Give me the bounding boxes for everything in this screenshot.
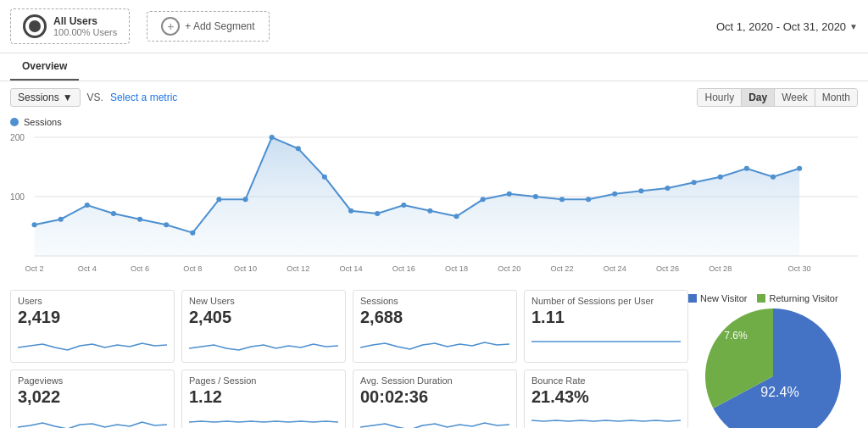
pie-chart-container: New Visitor Returning Visitor 92.4% 7.6% <box>688 290 858 428</box>
new-visitor-color-swatch <box>688 294 697 303</box>
svg-point-10 <box>137 217 142 222</box>
svg-point-34 <box>771 175 776 180</box>
stat-value-users: 2,419 <box>18 308 167 327</box>
svg-text:Oct 10: Oct 10 <box>234 264 257 273</box>
sparkline-sessions <box>360 329 509 354</box>
svg-point-11 <box>164 222 169 227</box>
segment-subtitle: 100.00% Users <box>53 27 117 37</box>
returning-visitor-label: Returning Visitor <box>769 293 837 303</box>
add-segment-button[interactable]: + + Add Segment <box>147 11 269 42</box>
stat-value-new-users: 2,405 <box>189 308 338 327</box>
header: All Users 100.00% Users + + Add Segment … <box>0 0 868 53</box>
svg-text:Oct 16: Oct 16 <box>392 264 415 273</box>
stats-grid-bottom: Pageviews 3,022 Pages / Session 1.12 Avg… <box>10 370 688 428</box>
stats-row: Users 2,419 New Users 2,405 Sessions 2,6… <box>0 283 868 428</box>
svg-point-8 <box>85 203 90 208</box>
stat-label-avg-session-duration: Avg. Session Duration <box>360 375 509 386</box>
svg-point-6 <box>32 222 37 227</box>
svg-point-16 <box>296 146 301 151</box>
pie-chart-svg: 92.4% 7.6% <box>705 308 841 428</box>
header-left: All Users 100.00% Users + + Add Segment <box>10 8 270 44</box>
stat-card-pages-per-session: Pages / Session 1.12 <box>181 370 346 428</box>
segment-title: All Users <box>53 15 117 27</box>
svg-point-29 <box>638 188 643 193</box>
svg-text:Oct 26: Oct 26 <box>656 264 679 273</box>
svg-point-20 <box>401 203 406 208</box>
svg-point-13 <box>216 197 221 202</box>
stat-value-sessions: 2,688 <box>360 308 509 327</box>
svg-point-31 <box>692 180 697 185</box>
time-btn-month[interactable]: Month <box>815 89 857 106</box>
date-range-text: Oct 1, 2020 - Oct 31, 2020 <box>716 20 846 33</box>
stats-left: Users 2,419 New Users 2,405 Sessions 2,6… <box>10 290 688 428</box>
svg-point-30 <box>665 186 670 191</box>
stat-label-users: Users <box>18 296 167 306</box>
svg-point-27 <box>586 197 591 202</box>
svg-text:Oct 20: Oct 20 <box>498 264 520 273</box>
sessions-legend-label: Sessions <box>24 117 62 127</box>
svg-point-7 <box>58 217 64 222</box>
svg-point-9 <box>111 211 116 216</box>
tab-overview[interactable]: Overview <box>10 53 79 81</box>
select-metric-link[interactable]: Select a metric <box>110 92 177 103</box>
svg-point-23 <box>481 197 486 202</box>
sessions-dropdown[interactable]: Sessions ▼ <box>10 88 81 107</box>
segment-info: All Users 100.00% Users <box>53 15 117 37</box>
svg-text:Oct 8: Oct 8 <box>183 264 202 273</box>
svg-point-25 <box>533 194 538 199</box>
segment-circle-icon <box>23 14 47 38</box>
sparkline-avg-session-duration <box>360 409 509 428</box>
stat-card-bounce-rate: Bounce Rate 21.43% <box>524 370 688 428</box>
time-buttons-group: Hourly Day Week Month <box>697 88 858 107</box>
svg-text:Oct 2: Oct 2 <box>25 264 44 273</box>
svg-point-19 <box>375 211 380 216</box>
all-users-segment[interactable]: All Users 100.00% Users <box>10 8 130 44</box>
date-range-selector[interactable]: Oct 1, 2020 - Oct 31, 2020 ▼ <box>716 20 858 33</box>
svg-point-22 <box>453 214 459 219</box>
sparkline-users <box>18 329 167 354</box>
sparkline-pages-per-session <box>189 409 338 428</box>
svg-text:Oct 14: Oct 14 <box>340 264 363 273</box>
stat-label-pages-per-session: Pages / Session <box>189 375 338 386</box>
stats-grid-top: Users 2,419 New Users 2,405 Sessions 2,6… <box>10 290 688 363</box>
svg-point-17 <box>322 175 327 180</box>
time-btn-hourly[interactable]: Hourly <box>698 89 742 106</box>
stat-card-new-users: New Users 2,405 <box>181 290 346 363</box>
svg-text:Oct 12: Oct 12 <box>287 264 309 273</box>
stat-label-new-users: New Users <box>189 296 338 306</box>
time-btn-week[interactable]: Week <box>775 89 815 106</box>
new-visitor-label: New Visitor <box>700 293 747 303</box>
svg-point-24 <box>507 192 512 197</box>
svg-point-14 <box>242 197 248 202</box>
stat-card-sessions-per-user: Number of Sessions per User 1.11 <box>524 290 688 363</box>
svg-point-21 <box>427 208 432 214</box>
svg-point-12 <box>190 231 195 236</box>
pie-legend: New Visitor Returning Visitor <box>688 293 838 303</box>
stat-label-sessions-per-user: Number of Sessions per User <box>531 296 681 306</box>
legend-returning-visitor: Returning Visitor <box>757 293 837 303</box>
chevron-down-icon: ▼ <box>849 22 858 31</box>
svg-text:Oct 24: Oct 24 <box>604 264 626 273</box>
stat-label-pageviews: Pageviews <box>18 375 167 386</box>
svg-text:7.6%: 7.6% <box>724 330 748 342</box>
toolbar-left: Sessions ▼ VS. Select a metric <box>10 88 177 107</box>
stat-value-sessions-per-user: 1.11 <box>531 308 681 327</box>
stat-label-bounce-rate: Bounce Rate <box>531 375 681 386</box>
svg-text:Oct 22: Oct 22 <box>551 264 574 273</box>
add-icon: + <box>161 17 180 36</box>
svg-text:92.4%: 92.4% <box>760 385 798 399</box>
sparkline-bounce-rate <box>531 409 681 428</box>
tabs-bar: Overview <box>0 53 868 81</box>
toolbar: Sessions ▼ VS. Select a metric Hourly Da… <box>0 81 868 114</box>
vs-label: VS. <box>87 92 103 103</box>
svg-point-32 <box>718 175 723 180</box>
time-btn-day[interactable]: Day <box>742 89 775 106</box>
svg-text:200: 200 <box>10 133 25 142</box>
svg-point-26 <box>559 197 565 202</box>
stat-value-pageviews: 3,022 <box>18 387 167 407</box>
sparkline-new-users <box>189 329 338 354</box>
chart-legend: Sessions <box>10 117 858 127</box>
svg-text:Oct 6: Oct 6 <box>131 264 149 273</box>
chart-svg-container: 200 100 <box>10 129 858 273</box>
svg-text:Oct 28: Oct 28 <box>709 264 732 273</box>
